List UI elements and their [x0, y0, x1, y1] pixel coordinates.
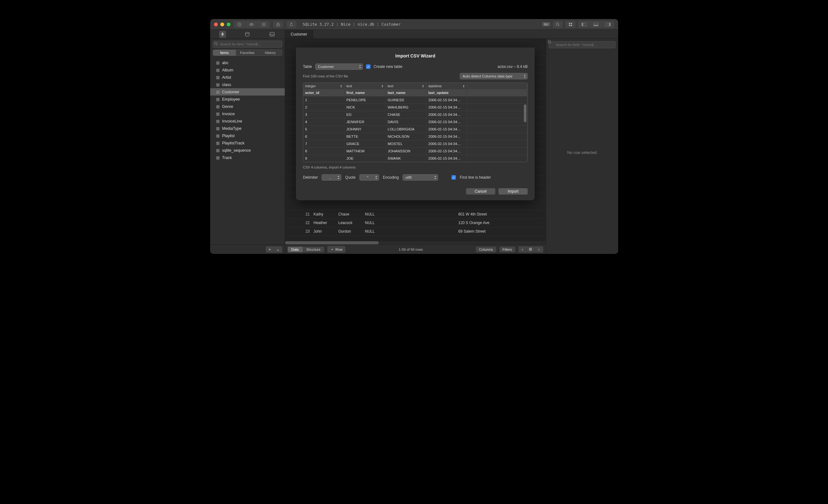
sidebar-item-playlisttrack[interactable]: ▦PlaylistTrack [210, 139, 285, 146]
search-button[interactable] [553, 21, 563, 28]
modal-overlay: Import CSV Wizard Table Customer ✓ Creat… [285, 39, 546, 254]
minimize-window-button[interactable] [220, 23, 224, 26]
toggle-right-panel[interactable] [602, 21, 614, 28]
preview-row[interactable]: 7GRACEMOSTEL2006-02-15 04:34… [303, 140, 527, 147]
stop-button[interactable] [234, 21, 246, 28]
delimiter-label: Delimiter [303, 175, 318, 180]
table-name: PlaylistTrack [222, 141, 244, 145]
sidebar-item-class[interactable]: ▦class [210, 81, 285, 88]
table-name: abc [222, 60, 229, 65]
panel-toggle-group [578, 21, 614, 28]
import-button[interactable]: Import [498, 188, 528, 195]
table-name: MediaType [222, 126, 242, 131]
sidebar-item-mediatype[interactable]: ▦MediaType [210, 125, 285, 132]
sidebar-item-sqlite_sequence[interactable]: ▦sqlite_sequence [210, 146, 285, 154]
search-icon [214, 42, 218, 46]
preview-row[interactable]: 9JOESWANK2006-02-15 04:34… [303, 155, 527, 162]
sidebar-item-genre[interactable]: ▦Genre [210, 103, 285, 110]
column-header: last_update [426, 89, 467, 96]
dialog-title: Import CSV Wizard [303, 53, 528, 58]
preview-row[interactable]: 8MATTHEWJOHANSSON2006-02-15 04:34… [303, 147, 527, 155]
table-name: Playlist [222, 134, 235, 138]
svg-point-19 [245, 32, 249, 33]
preview-row[interactable]: 6BETTENICHOLSON2006-02-15 04:34… [303, 133, 527, 140]
first-rows-hint: First 100 rows of the CSV file [303, 74, 348, 78]
grid-button[interactable] [566, 21, 576, 28]
table-name: Invoice [222, 112, 235, 116]
segment-history[interactable]: History [259, 50, 282, 55]
column-type-select[interactable] [467, 83, 527, 89]
chevron-down-icon: ⌄ [274, 246, 282, 253]
sidebar: Items Favorites History ▦abc▦Album▦Artis… [210, 39, 285, 254]
preview-scrollbar[interactable] [524, 104, 526, 122]
sidebar-item-invoice[interactable]: ▦Invoice [210, 110, 285, 117]
quote-select[interactable]: " [359, 174, 379, 180]
table-icon: ▦ [216, 60, 220, 65]
sql-icon[interactable]: SQL [268, 31, 276, 38]
first-line-header-checkbox[interactable]: ✓ [451, 175, 456, 180]
database-icon[interactable] [244, 31, 251, 38]
table-icon: ▦ [216, 104, 220, 109]
preview-row[interactable]: 1PENELOPEGUINESS2006-02-15 04:34… [303, 96, 527, 103]
svg-rect-16 [594, 25, 598, 26]
sidebar-item-track[interactable]: ▦Track [210, 154, 285, 161]
auto-detect-select[interactable]: Auto detect Columns data type [460, 73, 528, 79]
tab-customer[interactable]: Customer [285, 30, 314, 38]
table-name: Album [222, 68, 233, 72]
column-header: actor_id [303, 89, 344, 96]
sidebar-search [213, 41, 282, 48]
sidebar-item-album[interactable]: ▦Album [210, 66, 285, 74]
table-icon: ▦ [216, 148, 220, 153]
column-type-select[interactable]: datetime▲▼ [426, 83, 467, 89]
table-name: InvoiceLine [222, 119, 242, 123]
table-select[interactable]: Customer [315, 64, 363, 70]
svg-rect-6 [277, 24, 279, 26]
sidebar-item-playlist[interactable]: ▦Playlist [210, 132, 285, 139]
encoding-select[interactable]: utf8 [403, 174, 438, 180]
svg-line-1 [239, 24, 240, 26]
plus-icon: ＋ [266, 246, 274, 253]
list-button[interactable] [258, 21, 270, 28]
reload-button[interactable] [286, 21, 296, 28]
cancel-button[interactable]: Cancel [466, 188, 495, 195]
table-name: Track [222, 156, 232, 160]
app-window: SQLite 3.27.2 : Nice : nice.db : Custome… [210, 19, 618, 254]
toggle-left-panel[interactable] [578, 21, 590, 28]
add-table-button[interactable]: ＋ ⌄ [266, 246, 282, 253]
lock-button[interactable] [273, 21, 283, 28]
sidebar-item-abc[interactable]: ▦abc [210, 59, 285, 66]
close-window-button[interactable] [214, 23, 218, 26]
preview-row[interactable]: 5JOHNNYLOLLOBRIGIDA2006-02-15 04:34… [303, 125, 527, 133]
search-icon [548, 40, 551, 44]
create-new-table-checkbox[interactable]: ✓ [366, 65, 371, 69]
svg-point-7 [556, 23, 559, 26]
svg-line-8 [558, 25, 560, 26]
preview-row[interactable]: 2NICKWAHLBERG2006-02-15 04:34… [303, 103, 527, 111]
column-type-select[interactable]: text▲▼ [344, 83, 386, 89]
create-new-table-label: Create new table [374, 65, 403, 69]
inspector-panel: No row selected [546, 39, 618, 254]
sidebar-item-employee[interactable]: ▦Employee [210, 95, 285, 103]
preview-row[interactable]: 3EDCHASE2006-02-15 04:34… [303, 111, 527, 118]
segment-items[interactable]: Items [213, 50, 236, 55]
toolbar-group-left [234, 21, 270, 28]
column-type-select[interactable]: text▲▼ [386, 83, 426, 89]
sidebar-item-customer[interactable]: ▦Customer [210, 88, 285, 95]
segment-favorites[interactable]: Favorites [236, 50, 259, 55]
table-name: Artist [222, 75, 231, 80]
preview-row[interactable]: 4JENNIFERDAVIS2006-02-15 04:34… [303, 118, 527, 125]
file-info: actor.csv – 8.4 kB [497, 65, 528, 69]
delimiter-select[interactable]: , [322, 174, 341, 180]
sidebar-item-invoiceline[interactable]: ▦InvoiceLine [210, 117, 285, 125]
toggle-bottom-panel[interactable] [590, 21, 602, 28]
table-name: Genre [222, 104, 233, 109]
preview-button[interactable] [246, 21, 258, 28]
sidebar-item-artist[interactable]: ▦Artist [210, 74, 285, 81]
csv-preview: integer▲▼text▲▼text▲▼datetime▲▼ actor_id… [303, 83, 528, 162]
sidebar-search-input[interactable] [213, 41, 282, 48]
main-content: 21KathyChaseNULL801 W 4th Street22Heathe… [285, 39, 546, 254]
zoom-window-button[interactable] [227, 23, 231, 26]
column-type-select[interactable]: integer▲▼ [303, 83, 344, 89]
inspector-search-input[interactable] [549, 41, 616, 48]
bolt-icon[interactable] [219, 31, 226, 38]
